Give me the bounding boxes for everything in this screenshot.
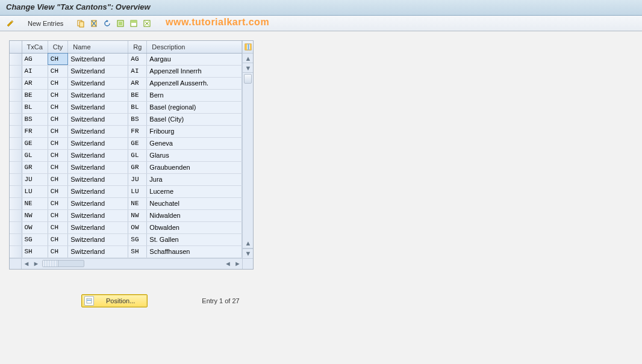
- cell-desc[interactable]: Jura: [147, 173, 242, 185]
- cell-name[interactable]: Switzerland: [68, 137, 128, 149]
- cell-name[interactable]: Switzerland: [68, 149, 128, 161]
- cell-rg[interactable]: GE: [128, 137, 147, 149]
- cell-rg[interactable]: SH: [128, 245, 147, 258]
- deselect-all-icon[interactable]: [142, 18, 152, 29]
- cell-name[interactable]: Switzerland: [68, 125, 128, 137]
- horizontal-scrollbar-thumb[interactable]: [43, 261, 58, 267]
- cell-txca[interactable]: JU: [22, 173, 48, 185]
- cell-desc[interactable]: Basel (City): [147, 113, 242, 125]
- cell-rg[interactable]: BS: [128, 113, 147, 125]
- cell-txca[interactable]: NW: [22, 209, 48, 221]
- scroll-down-button[interactable]: ▼: [243, 248, 253, 258]
- cell-cty[interactable]: CH: [48, 77, 68, 89]
- cell-name[interactable]: Switzerland: [68, 221, 128, 233]
- vertical-scrollbar-thumb[interactable]: [244, 74, 252, 84]
- new-entries-button[interactable]: New Entries: [24, 19, 67, 28]
- cell-rg[interactable]: AR: [128, 77, 147, 89]
- delete-icon[interactable]: [89, 18, 99, 29]
- horizontal-scrollbar-track[interactable]: [42, 260, 84, 267]
- toggle-display-change-icon[interactable]: [5, 18, 16, 29]
- cell-desc[interactable]: Fribourg: [147, 125, 242, 137]
- cell-desc[interactable]: Aargau: [147, 53, 242, 65]
- row-selector[interactable]: [10, 185, 22, 197]
- cell-txca[interactable]: LU: [22, 185, 48, 197]
- column-header-name[interactable]: Name: [68, 41, 128, 53]
- cell-cty[interactable]: CH: [48, 233, 68, 245]
- cell-cty[interactable]: CH: [48, 161, 68, 173]
- cell-desc[interactable]: Obwalden: [147, 221, 242, 233]
- column-header-desc[interactable]: Description: [147, 41, 242, 53]
- cell-desc[interactable]: Glarus: [147, 149, 242, 161]
- cell-cty[interactable]: CH: [48, 137, 68, 149]
- row-selector[interactable]: [10, 149, 22, 161]
- cell-name[interactable]: Switzerland: [68, 209, 128, 221]
- row-selector[interactable]: [10, 101, 22, 113]
- cell-desc[interactable]: Schaffhausen: [147, 245, 242, 258]
- cell-cty[interactable]: CH: [48, 221, 68, 233]
- column-header-cty[interactable]: Cty: [48, 41, 68, 53]
- cell-name[interactable]: Switzerland: [68, 185, 128, 197]
- cell-cty[interactable]: CH: [48, 125, 68, 137]
- cell-name[interactable]: Switzerland: [68, 89, 128, 101]
- cell-cty[interactable]: CH: [48, 209, 68, 221]
- cell-cty[interactable]: CH: [48, 101, 68, 113]
- cell-cty[interactable]: CH: [48, 65, 68, 77]
- cell-desc[interactable]: Basel (regional): [147, 101, 242, 113]
- row-selector[interactable]: [10, 245, 22, 258]
- cell-name[interactable]: Switzerland: [68, 101, 128, 113]
- cell-txca[interactable]: AI: [22, 65, 48, 77]
- cell-rg[interactable]: NE: [128, 197, 147, 209]
- cell-rg[interactable]: GR: [128, 161, 147, 173]
- cell-rg[interactable]: NW: [128, 209, 147, 221]
- cell-desc[interactable]: Appenzell Ausserrh.: [147, 77, 242, 89]
- cell-name[interactable]: Switzerland: [68, 77, 128, 89]
- cell-txca[interactable]: NE: [22, 197, 48, 209]
- cell-name[interactable]: Switzerland: [68, 113, 128, 125]
- cell-cty[interactable]: CH: [48, 149, 68, 161]
- row-selector[interactable]: [10, 65, 22, 77]
- cell-name[interactable]: Switzerland: [68, 197, 128, 209]
- row-selector[interactable]: [10, 209, 22, 221]
- cell-cty[interactable]: CH: [48, 173, 68, 185]
- select-block-icon[interactable]: [128, 18, 139, 29]
- scroll-left-button[interactable]: ◄: [22, 259, 31, 268]
- cell-txca[interactable]: GR: [22, 161, 48, 173]
- cell-name[interactable]: Switzerland: [68, 53, 128, 65]
- copy-as-icon[interactable]: [75, 18, 86, 29]
- cell-desc[interactable]: Lucerne: [147, 185, 242, 197]
- row-selector[interactable]: [10, 137, 22, 149]
- row-selector[interactable]: [10, 197, 22, 209]
- cell-txca[interactable]: OW: [22, 221, 48, 233]
- cell-desc[interactable]: Nidwalden: [147, 209, 242, 221]
- cell-name[interactable]: Switzerland: [68, 65, 128, 77]
- undo-change-icon[interactable]: [102, 18, 113, 29]
- scroll-up-step-button[interactable]: ▲: [243, 239, 253, 248]
- row-selector[interactable]: [10, 221, 22, 233]
- cell-rg[interactable]: GL: [128, 149, 147, 161]
- cell-txca[interactable]: GE: [22, 137, 48, 149]
- cell-rg[interactable]: AG: [128, 53, 147, 65]
- cell-txca[interactable]: BS: [22, 113, 48, 125]
- cell-rg[interactable]: SG: [128, 233, 147, 245]
- cell-rg[interactable]: JU: [128, 173, 147, 185]
- cell-rg[interactable]: FR: [128, 125, 147, 137]
- vertical-scrollbar-track[interactable]: [243, 73, 253, 239]
- cell-name[interactable]: Switzerland: [68, 245, 128, 258]
- scroll-left-step-button[interactable]: ◄: [223, 259, 232, 268]
- column-header-txca[interactable]: TxCa: [22, 41, 48, 53]
- cell-cty[interactable]: CH: [48, 89, 68, 101]
- row-selector[interactable]: [10, 161, 22, 173]
- cell-name[interactable]: Switzerland: [68, 161, 128, 173]
- cell-txca[interactable]: BE: [22, 89, 48, 101]
- cell-desc[interactable]: Graubuenden: [147, 161, 242, 173]
- cell-desc[interactable]: Bern: [147, 89, 242, 101]
- position-button[interactable]: Position...: [81, 294, 148, 307]
- cell-txca[interactable]: SG: [22, 233, 48, 245]
- column-header-rg[interactable]: Rg: [128, 41, 147, 53]
- cell-rg[interactable]: AI: [128, 65, 147, 77]
- row-selector[interactable]: [10, 113, 22, 125]
- row-selector[interactable]: [10, 89, 22, 101]
- cell-txca[interactable]: AR: [22, 77, 48, 89]
- select-all-icon[interactable]: [115, 18, 126, 29]
- cell-cty[interactable]: CH: [48, 185, 68, 197]
